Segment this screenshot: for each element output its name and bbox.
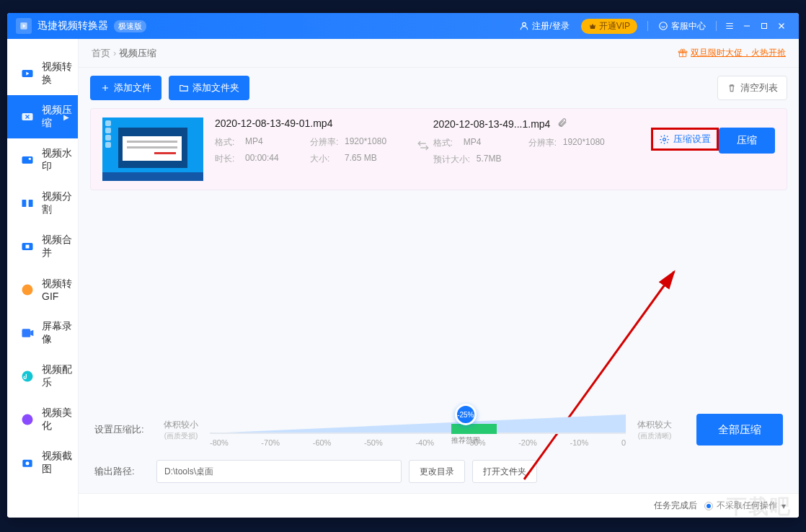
sidebar-label: 视频转GIF: [42, 278, 78, 302]
src-res: 1920*1080: [345, 136, 409, 148]
breadcrumb-current: 视频压缩: [119, 47, 156, 60]
record-icon: [20, 325, 35, 341]
slider-ticks: -80%-70%-60% -50%-40%-30% -20%-10%0: [210, 438, 626, 447]
video-thumbnail: [102, 118, 203, 181]
after-task-label: 任务完成后: [654, 500, 697, 512]
src-res-label: 分辨率:: [310, 136, 345, 148]
vip-label: 开通VIP: [599, 20, 630, 32]
change-dir-button[interactable]: 更改目录: [409, 460, 465, 483]
sidebar-item-beautify[interactable]: 视频美化: [7, 398, 78, 441]
compress-button[interactable]: 压缩: [719, 128, 775, 154]
plus-icon: [100, 83, 110, 93]
sidebar-label: 屏幕录像: [42, 320, 78, 346]
gift-icon: [678, 48, 688, 58]
dst-res-label: 分辨率:: [528, 137, 563, 149]
status-bar: 任务完成后 不采取任何操作 ▾: [79, 493, 799, 518]
sidebar-item-music[interactable]: 视频配乐: [7, 355, 78, 398]
source-filename: 2020-12-08-13-49-01.mp4: [215, 118, 412, 129]
music-icon: [20, 368, 35, 384]
app-logo-icon: [16, 18, 32, 34]
after-task-dropdown[interactable]: 不采取任何操作 ▾: [704, 500, 786, 512]
main-area: 首页 › 视频压缩 双旦限时大促，火热开抢 添加文件 添加文件夹: [79, 39, 799, 518]
output-path-label: 输出路径:: [94, 465, 149, 478]
dst-est: 5.7MB: [477, 154, 541, 166]
promo-link[interactable]: 双旦限时大促，火热开抢: [678, 47, 786, 59]
menu-button[interactable]: [721, 17, 738, 35]
src-dur: 00:00:44: [245, 153, 310, 165]
sidebar-label: 视频合并: [42, 234, 78, 260]
app-title: 迅捷视频转换器: [37, 19, 108, 32]
svg-rect-16: [22, 200, 27, 207]
src-dur-label: 时长:: [215, 153, 245, 165]
sidebar-label: 视频水印: [42, 147, 78, 173]
swap-icon: [412, 139, 433, 152]
breadcrumb-home[interactable]: 首页: [92, 47, 110, 60]
sidebar-item-compress[interactable]: 视频压缩 ▶: [7, 95, 78, 138]
open-folder-button[interactable]: 打开文件夹: [472, 460, 537, 483]
sidebar-label: 视频美化: [42, 407, 78, 433]
compress-settings-button[interactable]: 压缩设置: [651, 128, 719, 151]
slider-handle[interactable]: -25%: [455, 404, 477, 425]
sidebar-label: 视频分割: [42, 190, 78, 216]
chevron-right-icon: ▶: [63, 113, 69, 121]
svg-point-23: [22, 371, 33, 382]
breadcrumb-sep: ›: [113, 48, 116, 58]
watermark-icon: [20, 152, 35, 168]
maximize-button[interactable]: [756, 17, 773, 35]
radio-icon: [704, 502, 713, 510]
breadcrumb: 首页 › 视频压缩 双旦限时大促，火热开抢: [79, 39, 799, 68]
sidebar-item-record[interactable]: 屏幕录像: [7, 311, 78, 355]
tip-larger: 体积较大(画质清晰): [632, 419, 678, 441]
sidebar-label: 视频压缩: [42, 104, 78, 130]
svg-rect-17: [29, 200, 33, 207]
svg-point-15: [29, 158, 31, 160]
toolbar: 添加文件 添加文件夹 清空列表: [79, 68, 799, 108]
dst-format: MP4: [464, 137, 528, 149]
output-path-input[interactable]: [156, 460, 402, 483]
svg-rect-8: [762, 24, 767, 29]
clear-list-button[interactable]: 清空列表: [717, 76, 787, 100]
close-button[interactable]: [773, 17, 790, 35]
svg-point-20: [22, 285, 33, 296]
sidebar-item-split[interactable]: 视频分割: [7, 182, 78, 225]
attachment-icon: [557, 118, 567, 128]
add-folder-button[interactable]: 添加文件夹: [169, 76, 249, 100]
sidebar-item-convert[interactable]: 视频转换: [7, 52, 78, 95]
after-task-value: 不采取任何操作: [717, 500, 777, 512]
help-center-label: 客服中心: [671, 20, 706, 32]
sidebar-item-gif[interactable]: 视频转GIF: [7, 268, 78, 311]
ratio-label: 设置压缩比:: [94, 423, 158, 436]
register-login-button[interactable]: 注册/登录: [513, 17, 575, 35]
chevron-down-icon: ▾: [781, 501, 786, 511]
dst-format-label: 格式:: [433, 137, 464, 149]
sidebar-item-screenshot[interactable]: 视频截图: [7, 441, 78, 484]
sidebar-item-watermark[interactable]: 视频水印: [7, 138, 78, 182]
add-file-button[interactable]: 添加文件: [90, 76, 161, 100]
svg-point-26: [26, 461, 30, 465]
svg-point-3: [660, 22, 668, 30]
vip-button[interactable]: 开通VIP: [581, 19, 637, 34]
dest-filename: 2020-12-08-13-49...1.mp4: [433, 118, 652, 130]
beautify-icon: [20, 412, 35, 427]
svg-point-2: [523, 22, 526, 26]
file-row[interactable]: 2020-12-08-13-49-01.mp4 格式: MP4 分辨率: 192…: [90, 108, 787, 190]
convert-icon: [20, 66, 35, 81]
split-icon: [20, 195, 35, 211]
minimize-button[interactable]: [738, 17, 756, 35]
trash-icon: [727, 83, 737, 93]
src-size-label: 大小:: [310, 153, 345, 165]
dst-res: 1920*1080: [563, 137, 628, 149]
svg-rect-14: [22, 156, 33, 164]
tip-smaller: 体积较小(画质受损): [158, 419, 204, 441]
svg-marker-22: [30, 330, 33, 336]
compress-ratio-slider[interactable]: -25% 推荐范围 -80%-70%-60% -50%-40%-30% -20%…: [210, 412, 626, 447]
compress-all-button[interactable]: 全部压缩: [696, 414, 783, 445]
sidebar-item-merge[interactable]: 视频合并: [7, 225, 78, 268]
svg-rect-19: [26, 245, 30, 249]
help-center-button[interactable]: 客服中心: [652, 17, 712, 35]
screenshot-icon: [20, 455, 35, 471]
settings-label: 压缩设置: [673, 133, 711, 146]
gif-icon: [20, 282, 35, 298]
recommended-range: [451, 424, 497, 434]
sidebar-label: 视频配乐: [42, 363, 78, 389]
